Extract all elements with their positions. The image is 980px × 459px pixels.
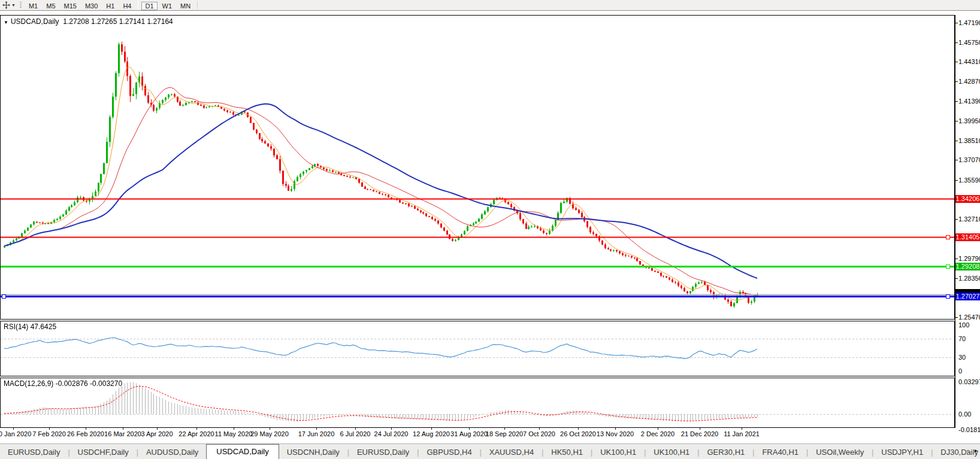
mt4-window: ▼ M1M5M15M30H1H4D1W1MN ▼USDCAD,Daily 1.2… xyxy=(0,0,980,459)
price-tick-label: 1.38510 xyxy=(958,137,980,144)
date-tick xyxy=(431,428,432,430)
date-tick xyxy=(13,428,14,430)
timeframe-button-M30[interactable]: M30 xyxy=(81,2,101,10)
macd-axis-label: -0.018154 xyxy=(958,426,980,433)
price-tick-label: 1.44310 xyxy=(958,58,980,65)
date-label: 7 Oct 2020 xyxy=(523,430,555,437)
chart-title-symbol: USDCAD,Daily xyxy=(11,17,59,26)
price-tick-label: 1.32710 xyxy=(958,215,980,223)
chart-tab-eurusd-daily[interactable]: EURUSD,Daily xyxy=(349,445,417,459)
date-tick xyxy=(578,428,579,430)
tab-scroll-buttons: ◂ ▸ xyxy=(966,447,978,454)
timeframe-button-H1[interactable]: H1 xyxy=(102,2,118,10)
price-axis-line xyxy=(955,15,955,428)
date-label: 29 May 2020 xyxy=(250,430,289,437)
timeframe-button-M5[interactable]: M5 xyxy=(43,2,59,10)
chevron-down-icon[interactable]: ▼ xyxy=(11,3,16,7)
price-tick-label: 1.47190 xyxy=(958,19,980,26)
date-tick xyxy=(234,428,234,430)
chart-tab-usdjpy-h1[interactable]: USDJPY,H1 xyxy=(873,445,931,459)
date-tick xyxy=(355,428,356,430)
date-label: 7 Feb 2020 xyxy=(32,430,66,437)
date-label: 13 Nov 2020 xyxy=(597,430,634,437)
date-label: 26 Feb 2020 xyxy=(67,430,104,437)
chart-tab-fra40-h1[interactable]: FRA40,H1 xyxy=(754,445,806,459)
chart-tab-gbpusd-h4[interactable]: GBPUSD,H4 xyxy=(419,445,479,459)
chart-tab-hk50-h1[interactable]: HK50,H1 xyxy=(543,445,591,459)
date-label: 3 Apr 2020 xyxy=(141,430,173,437)
date-tick xyxy=(700,428,700,430)
price-tick-label: 1.25470 xyxy=(958,314,980,321)
date-label: 26 Oct 2020 xyxy=(560,430,596,437)
rsi-axis-label: 0 xyxy=(958,367,962,375)
symbol-dropdown-icon[interactable]: ▼ xyxy=(4,20,8,25)
date-tick xyxy=(49,428,50,430)
chart-tab-audusd-daily[interactable]: AUDUSD,Daily xyxy=(138,445,206,459)
timeframe-button-H4[interactable]: H4 xyxy=(119,2,135,10)
price-tick-label: 1.37070 xyxy=(958,156,980,163)
rsi-canvas[interactable] xyxy=(1,321,954,376)
date-tick xyxy=(539,428,540,430)
rsi-indicator-label: RSI(14) 47.6425 xyxy=(4,323,56,331)
macd-indicator-label: MACD(12,26,9) -0.002876 -0.003270 xyxy=(4,379,122,388)
date-label: 12 Aug 2020 xyxy=(413,430,450,437)
date-label: 2 Dec 2020 xyxy=(641,430,674,437)
timeframe-button-M1[interactable]: M1 xyxy=(25,2,41,10)
toolbar-grip[interactable] xyxy=(20,2,22,8)
date-tick xyxy=(157,428,158,430)
move-crosshair-icon[interactable] xyxy=(1,1,11,10)
date-tick xyxy=(316,428,317,430)
chart-title: ▼USDCAD,Daily 1.27208 1.27265 1.27141 1.… xyxy=(4,17,173,26)
chart-tab-ger30-h1[interactable]: GER30,H1 xyxy=(699,445,752,459)
date-label: 17 Jun 2020 xyxy=(298,430,335,437)
date-tick xyxy=(86,428,86,430)
date-label: 22 Apr 2020 xyxy=(179,430,214,437)
macd-canvas[interactable] xyxy=(1,378,954,427)
date-label: 11 Jan 2021 xyxy=(724,430,760,437)
price-tick-label: 1.39950 xyxy=(958,117,980,124)
chart-tab-xauusd-h4[interactable]: XAUUSD,H4 xyxy=(482,445,542,459)
price-tick-label: 1.45750 xyxy=(958,39,980,46)
price-chart-canvas[interactable] xyxy=(1,16,954,319)
chart-tab-usdchf-daily[interactable]: USDCHF,Daily xyxy=(70,445,137,459)
date-label: 16 Mar 2020 xyxy=(104,430,141,437)
price-level-badge: 1.34206 xyxy=(955,195,980,203)
price-level-badge: 1.31405 xyxy=(955,233,980,241)
price-tick-label: 1.41390 xyxy=(958,98,980,105)
chart-tab-usdcad-daily[interactable]: USDCAD,Daily xyxy=(206,444,279,459)
macd-axis-label: 0.00 xyxy=(958,411,971,418)
price-tick-label: 1.42870 xyxy=(958,78,980,85)
date-label: 6 Jul 2020 xyxy=(340,430,371,437)
date-tick xyxy=(742,428,742,430)
timeframe-button-MN[interactable]: MN xyxy=(177,2,194,10)
date-label: 31 Aug 2020 xyxy=(450,430,488,437)
price-tick-label: 1.29790 xyxy=(958,255,980,262)
date-label: 21 Dec 2020 xyxy=(681,430,718,437)
rsi-axis-label: 30 xyxy=(958,354,966,361)
tab-scroll-right-icon[interactable]: ▸ xyxy=(975,447,978,454)
timeframe-button-M15[interactable]: M15 xyxy=(61,2,80,10)
chart-tab-usoil-weekly[interactable]: USOil,Weekly xyxy=(808,445,872,459)
chart-title-quote: 1.27208 1.27265 1.27141 1.27164 xyxy=(63,17,173,26)
date-label: 18 Sep 2020 xyxy=(486,430,523,437)
rsi-axis-label: 70 xyxy=(958,335,966,342)
date-tick xyxy=(658,428,658,430)
date-tick xyxy=(615,428,616,430)
price-tick-label: 1.28350 xyxy=(958,275,980,282)
date-label: 11 May 2020 xyxy=(215,430,253,437)
timeframe-button-W1[interactable]: W1 xyxy=(159,2,176,10)
toolbar-divider xyxy=(197,1,198,9)
chart-tab-bar: EURUSD,Daily|USDCHF,Daily|AUDUSD,DailyUS… xyxy=(0,443,980,459)
tab-scroll-left-icon[interactable]: ◂ xyxy=(966,447,969,454)
timeframe-button-D1[interactable]: D1 xyxy=(141,2,157,10)
chart-tab-eurusd-daily[interactable]: EURUSD,Daily xyxy=(0,445,68,459)
price-level-badge: 1.29208 xyxy=(955,263,980,270)
date-tick xyxy=(270,428,270,430)
chart-tab-uk100-h1[interactable]: UK100,H1 xyxy=(592,445,644,459)
date-tick xyxy=(391,428,392,430)
price-level-badge: 1.27027 xyxy=(955,293,980,300)
rsi-axis-label: 100 xyxy=(958,321,969,329)
chart-tab-usdcnh-daily[interactable]: USDCNH,Daily xyxy=(279,445,347,459)
date-tick xyxy=(196,428,197,430)
chart-tab-uk100-h1[interactable]: UK100,H1 xyxy=(646,445,697,459)
